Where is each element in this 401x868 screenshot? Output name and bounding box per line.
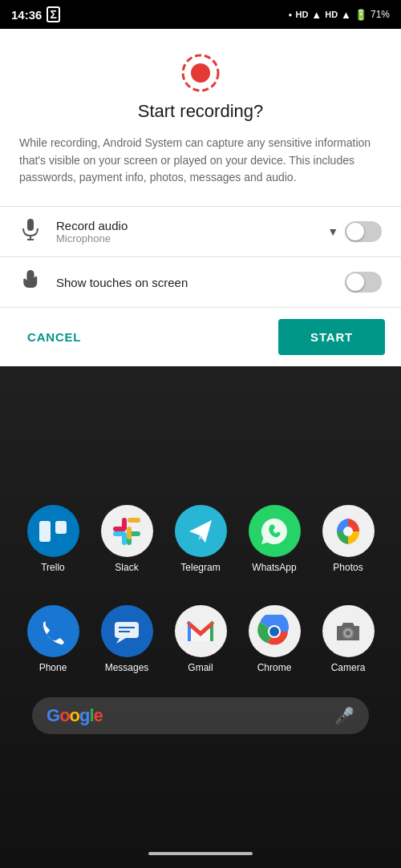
trello-icon[interactable] [27, 505, 79, 557]
slack-label: Slack [115, 562, 138, 573]
app-item-telegram[interactable]: Telegram [168, 505, 233, 573]
app-item-gmail[interactable]: Gmail [168, 605, 233, 673]
record-audio-row: Record audio Microphone ▼ [0, 207, 401, 256]
apps-section: Trello Slack [0, 497, 401, 734]
home-indicator [148, 852, 253, 855]
svg-rect-14 [127, 527, 132, 539]
app-item-photos[interactable]: Photos [316, 505, 380, 573]
svg-point-1 [191, 63, 210, 83]
toggle-knob [346, 223, 364, 240]
dialog-buttons: CANCEL START [0, 307, 401, 366]
svg-marker-19 [116, 638, 126, 644]
google-logo: Google [47, 705, 103, 726]
dialog-title: Start recording? [0, 101, 401, 135]
chrome-icon[interactable] [249, 605, 301, 657]
dot-icon: ● [289, 11, 293, 18]
mic-icon[interactable]: 🎤 [334, 706, 354, 725]
record-audio-toggle[interactable] [345, 221, 382, 242]
camera-label: Camera [331, 662, 366, 673]
app-item-whatsapp[interactable]: WhatsApp [242, 505, 306, 573]
app-item-phone[interactable]: Phone [21, 605, 85, 673]
battery-level: 71% [371, 9, 390, 20]
svg-rect-5 [39, 521, 51, 542]
record-icon [180, 53, 221, 93]
status-right: ● HD ▲ HD ▲ 🔋 71% [289, 9, 390, 21]
chrome-label: Chrome [257, 662, 292, 673]
gmail-icon[interactable] [175, 605, 227, 657]
app-row-1: Trello Slack [0, 497, 401, 581]
svg-rect-18 [115, 622, 139, 638]
dialog-description: While recording, Android System can capt… [0, 135, 401, 206]
whatsapp-icon[interactable] [249, 505, 301, 557]
svg-rect-2 [27, 219, 34, 231]
svg-rect-12 [122, 532, 127, 545]
cancel-button[interactable]: CANCEL [16, 322, 92, 352]
battery-icon: 🔋 [354, 9, 367, 21]
svg-point-29 [346, 631, 350, 636]
telegram-icon[interactable] [175, 505, 227, 557]
phone-label: Phone [39, 662, 67, 673]
slack-icon[interactable] [101, 505, 153, 557]
nav-bar [0, 839, 401, 868]
status-bar: 14:36 Σ ● HD ▲ HD ▲ 🔋 71% [0, 0, 401, 29]
svg-rect-8 [113, 527, 126, 531]
status-left: 14:36 Σ [11, 6, 60, 22]
app-item-camera[interactable]: Camera [316, 605, 380, 673]
phone-icon[interactable] [27, 605, 79, 657]
photos-icon[interactable] [322, 505, 375, 557]
sigma-icon: Σ [47, 6, 59, 22]
hd-label-1: HD [295, 10, 308, 19]
hd-label-2: HD [325, 10, 338, 19]
record-audio-text: Record audio Microphone [56, 219, 313, 244]
svg-marker-15 [189, 520, 212, 543]
show-touches-row: Show touches on screen [0, 257, 401, 307]
touch-icon [19, 268, 42, 296]
start-button[interactable]: START [278, 319, 385, 355]
gmail-label: Gmail [188, 662, 213, 673]
show-touches-toggle[interactable] [345, 272, 382, 293]
trello-label: Trello [41, 562, 65, 573]
app-item-chrome[interactable]: Chrome [242, 605, 306, 673]
camera-icon[interactable] [322, 605, 375, 657]
photos-label: Photos [333, 562, 363, 573]
app-row-2: Phone Messages [0, 597, 401, 681]
signal-icon-2: ▲ [341, 9, 351, 21]
search-bar[interactable]: Google 🎤 [32, 697, 369, 734]
status-time: 14:36 [11, 8, 42, 22]
signal-icon-1: ▲ [311, 9, 322, 21]
record-icon-area [0, 29, 401, 101]
svg-rect-13 [128, 518, 140, 523]
record-audio-label: Record audio [56, 219, 313, 232]
telegram-label: Telegram [180, 562, 220, 573]
toggle-knob-2 [346, 273, 364, 291]
show-touches-text: Show touches on screen [56, 276, 330, 289]
messages-label: Messages [105, 662, 149, 673]
svg-point-17 [343, 527, 353, 536]
messages-icon[interactable] [101, 605, 153, 657]
recording-dialog: Start recording? While recording, Androi… [0, 29, 401, 366]
svg-rect-6 [55, 521, 67, 534]
show-touches-label: Show touches on screen [56, 276, 330, 289]
whatsapp-label: WhatsApp [252, 562, 296, 573]
record-audio-sublabel: Microphone [56, 232, 313, 244]
app-item-trello[interactable]: Trello [21, 505, 85, 573]
record-audio-controls[interactable]: ▼ [327, 221, 382, 242]
dropdown-arrow-icon[interactable]: ▼ [327, 225, 338, 238]
app-item-slack[interactable]: Slack [95, 505, 159, 573]
svg-point-26 [269, 627, 279, 636]
app-item-messages[interactable]: Messages [95, 605, 159, 673]
microphone-icon [19, 218, 42, 245]
